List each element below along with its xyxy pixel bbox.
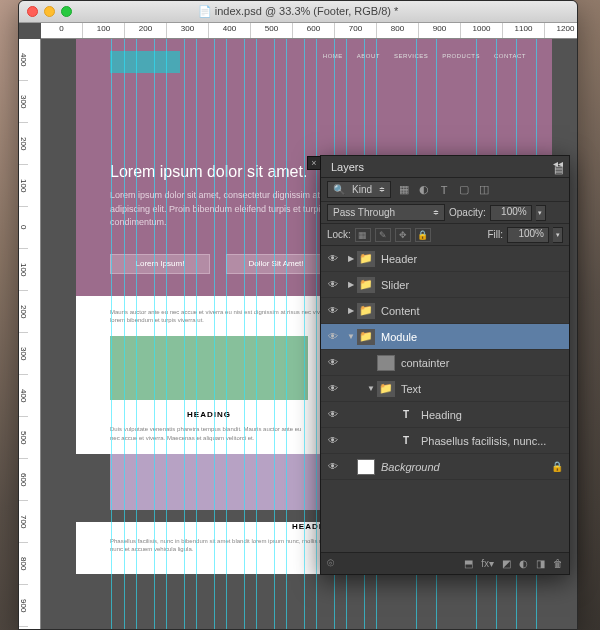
ruler-tick: 300 <box>19 81 28 123</box>
ruler-tick: 100 <box>19 165 28 207</box>
layers-footer-button[interactable]: ◩ <box>502 558 511 569</box>
disclosure-triangle[interactable]: ▶ <box>345 306 357 315</box>
ruler-tick: 200 <box>125 23 167 38</box>
visibility-toggle[interactable]: 👁 <box>321 279 345 290</box>
ruler-horizontal[interactable]: 0100200300400500600700800900100011001200 <box>41 23 577 39</box>
visibility-toggle[interactable]: 👁 <box>321 461 345 472</box>
nav-item: CONTACT <box>494 53 526 59</box>
layer-thumbnail[interactable] <box>397 433 415 449</box>
ruler-tick: 900 <box>419 23 461 38</box>
layer-filter-row: 🔍Kind≑ ▦◐T▢◫ <box>321 178 569 202</box>
fill-input[interactable]: 100% <box>507 227 549 243</box>
layer-name[interactable]: Phasellus facilisis, nunc... <box>421 435 563 447</box>
ruler-tick: 200 <box>19 123 28 165</box>
disclosure-triangle[interactable]: ▶ <box>345 280 357 289</box>
opacity-stepper[interactable]: ▾ <box>536 205 546 221</box>
window-title: 📄 index.psd @ 33.3% (Footer, RGB/8) * <box>19 5 577 18</box>
layer-row[interactable]: 👁Phasellus facilisis, nunc... <box>321 428 569 454</box>
layer-row[interactable]: 👁Heading <box>321 402 569 428</box>
layer-row[interactable]: 👁▼Module <box>321 324 569 350</box>
layers-footer-button[interactable]: fx▾ <box>481 558 494 569</box>
disclosure-triangle[interactable]: ▶ <box>345 254 357 263</box>
ruler-vertical[interactable]: 4003002001000100200300400500600700800900… <box>19 39 41 629</box>
card: HEADINGDuis vulputate venenatis pharetra… <box>110 336 308 442</box>
ruler-tick: 500 <box>19 417 28 459</box>
layer-thumbnail[interactable] <box>377 381 395 397</box>
site-nav: HOMEABOUTSERVICESPRODUCTSCONTACT <box>323 53 526 59</box>
ruler-tick: 400 <box>19 375 28 417</box>
ruler-tick: 500 <box>251 23 293 38</box>
layers-footer-button[interactable]: ⬒ <box>464 558 473 569</box>
opacity-label: Opacity: <box>449 207 486 218</box>
layers-footer-button[interactable]: 🗑 <box>553 558 563 569</box>
filter-type-icon[interactable]: ▢ <box>455 182 473 198</box>
visibility-toggle[interactable]: 👁 <box>321 409 345 420</box>
layers-footer-button[interactable]: ◨ <box>536 558 545 569</box>
nav-item: HOME <box>323 53 343 59</box>
layer-name[interactable]: containter <box>401 357 563 369</box>
layer-thumbnail[interactable] <box>357 329 375 345</box>
filter-type-icon[interactable]: T <box>435 182 453 198</box>
layer-name[interactable]: Heading <box>421 409 563 421</box>
fill-stepper[interactable]: ▾ <box>553 227 563 243</box>
layer-thumbnail[interactable] <box>357 459 375 475</box>
disclosure-triangle[interactable]: ▼ <box>365 384 377 393</box>
blend-row: Pass Through≑ Opacity: 100% ▾ <box>321 202 569 224</box>
layers-tab[interactable]: Layers <box>331 161 364 173</box>
layers-footer-button[interactable]: ◐ <box>519 558 528 569</box>
visibility-toggle[interactable]: 👁 <box>321 331 345 342</box>
blend-mode-select[interactable]: Pass Through≑ <box>327 204 445 221</box>
opacity-input[interactable]: 100% <box>490 205 532 221</box>
ruler-tick: 100 <box>19 249 28 291</box>
layer-thumbnail[interactable] <box>357 251 375 267</box>
visibility-toggle[interactable]: 👁 <box>321 357 345 368</box>
lock-transparent-icon[interactable]: ▦ <box>355 228 371 242</box>
filter-type-icon[interactable]: ▦ <box>395 182 413 198</box>
ruler-tick: 800 <box>377 23 419 38</box>
layer-thumbnail[interactable] <box>357 277 375 293</box>
layers-panel-footer: ⦾ ⬒fx▾◩◐◨🗑 <box>321 552 569 574</box>
panel-menu-icon[interactable]: ▤ <box>554 164 563 175</box>
ruler-tick: 1000 <box>19 627 28 629</box>
layer-thumbnail[interactable] <box>377 355 395 371</box>
layer-name[interactable]: Text <box>401 383 563 395</box>
filter-type-icon[interactable]: ◫ <box>475 182 493 198</box>
layer-row[interactable]: 👁▼Text <box>321 376 569 402</box>
visibility-toggle[interactable]: 👁 <box>321 435 345 446</box>
nav-item: ABOUT <box>357 53 380 59</box>
filter-kind-select[interactable]: 🔍Kind≑ <box>327 181 391 198</box>
filter-type-icon[interactable]: ◐ <box>415 182 433 198</box>
lock-all-icon[interactable]: 🔒 <box>415 228 431 242</box>
layer-row[interactable]: 👁▶Slider <box>321 272 569 298</box>
ruler-tick: 400 <box>19 39 28 81</box>
link-layers-icon[interactable]: ⦾ <box>327 558 334 569</box>
layer-name[interactable]: Background <box>381 461 551 473</box>
layers-panel[interactable]: × Layers ◂◂ ▤ 🔍Kind≑ ▦◐T▢◫ Pass Through≑… <box>320 155 570 575</box>
layer-row[interactable]: 👁Background🔒 <box>321 454 569 480</box>
layer-name[interactable]: Module <box>381 331 563 343</box>
lock-label: Lock: <box>327 229 351 240</box>
visibility-toggle[interactable]: 👁 <box>321 383 345 394</box>
nav-item: SERVICES <box>394 53 428 59</box>
ruler-tick: 900 <box>19 585 28 627</box>
lock-position-icon[interactable]: ✥ <box>395 228 411 242</box>
layer-row[interactable]: 👁▶Header <box>321 246 569 272</box>
layer-name[interactable]: Content <box>381 305 563 317</box>
disclosure-triangle[interactable]: ▼ <box>345 332 357 341</box>
ruler-tick: 1200 <box>545 23 577 38</box>
layer-thumbnail[interactable] <box>397 407 415 423</box>
layer-thumbnail[interactable] <box>357 303 375 319</box>
layer-name[interactable]: Slider <box>381 279 563 291</box>
visibility-toggle[interactable]: 👁 <box>321 305 345 316</box>
layer-row[interactable]: 👁containter <box>321 350 569 376</box>
panel-collapse-button[interactable]: × <box>307 156 321 170</box>
visibility-toggle[interactable]: 👁 <box>321 253 345 264</box>
hero-button-2: Dollor Sit Amet! <box>226 254 326 274</box>
ruler-tick: 600 <box>293 23 335 38</box>
layer-name[interactable]: Header <box>381 253 563 265</box>
layer-row[interactable]: 👁▶Content <box>321 298 569 324</box>
lock-image-icon[interactable]: ✎ <box>375 228 391 242</box>
layer-tree[interactable]: 👁▶Header👁▶Slider👁▶Content👁▼Module👁contai… <box>321 246 569 536</box>
layers-panel-tabbar: Layers ◂◂ ▤ <box>321 156 569 178</box>
ruler-tick: 0 <box>41 23 83 38</box>
